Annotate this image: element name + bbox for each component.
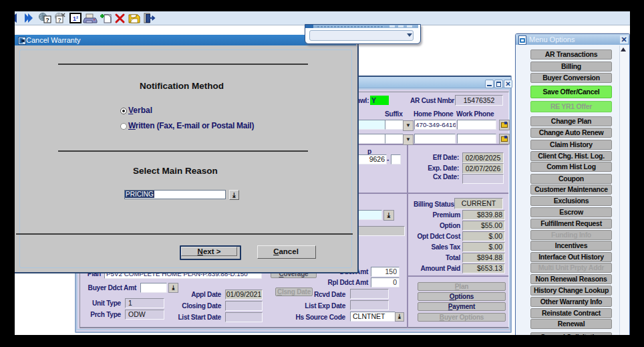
svg-text:?: ? xyxy=(45,17,49,23)
svg-text:?: ? xyxy=(57,17,61,23)
svg-text:1²: 1² xyxy=(73,15,78,22)
